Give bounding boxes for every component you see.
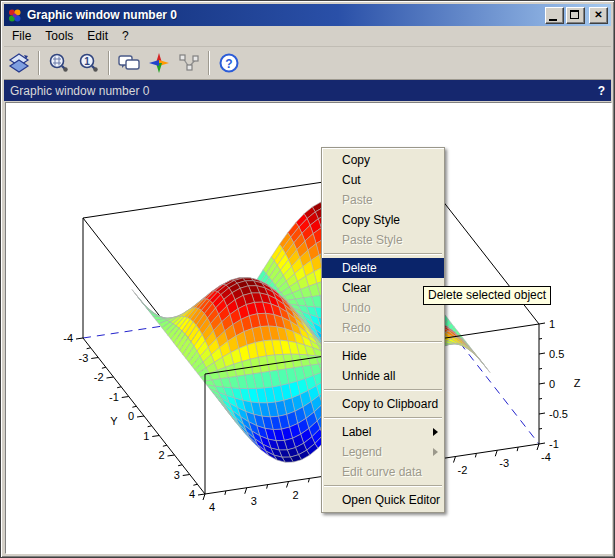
info-bar-text: Graphic window number 0 bbox=[10, 84, 149, 98]
menu-separator bbox=[324, 341, 442, 343]
context-menu: CopyCutPasteCopy StylePaste StyleDeleteC… bbox=[321, 147, 445, 513]
context-menu-item-redo[interactable]: Redo bbox=[322, 318, 444, 338]
maximize-button[interactable] bbox=[566, 7, 585, 24]
context-menu-item-copy-to-clipboard[interactable]: Copy to Clipboard bbox=[322, 394, 444, 414]
menubar-item-[interactable]: ? bbox=[116, 27, 135, 45]
menu-separator bbox=[324, 485, 442, 487]
data-editor-icon bbox=[177, 52, 201, 74]
context-menu-item-cut[interactable]: Cut bbox=[322, 170, 444, 190]
svg-text:-0.5: -0.5 bbox=[549, 408, 568, 420]
info-bar-help[interactable]: ? bbox=[598, 84, 605, 98]
title-bar: Graphic window number 0 ✕ bbox=[4, 4, 611, 26]
context-menu-item-copy[interactable]: Copy bbox=[322, 150, 444, 170]
context-menu-item-legend[interactable]: Legend bbox=[322, 442, 444, 462]
rotate-icon bbox=[8, 52, 30, 74]
menubar-item-edit[interactable]: Edit bbox=[81, 27, 114, 45]
svg-text:-2: -2 bbox=[458, 464, 468, 476]
toolbar-separator bbox=[38, 51, 40, 75]
unzoom-icon: 1 bbox=[78, 52, 100, 74]
minimize-button[interactable] bbox=[545, 7, 564, 24]
context-menu-item-paste[interactable]: Paste bbox=[322, 190, 444, 210]
svg-text:1: 1 bbox=[549, 318, 555, 330]
surface-plot: 43210-1-2-3-4-4-3-2-101234-1-0.500.51YZ bbox=[6, 103, 612, 554]
submenu-arrow-icon bbox=[433, 428, 438, 436]
help-icon: ? bbox=[218, 52, 240, 74]
zoom-area-button[interactable] bbox=[45, 49, 73, 77]
context-menu-item-edit-curve-data[interactable]: Edit curve data bbox=[322, 462, 444, 482]
context-menu-item-copy-style[interactable]: Copy Style bbox=[322, 210, 444, 230]
svg-text:-2: -2 bbox=[94, 371, 104, 383]
svg-text:1: 1 bbox=[143, 430, 149, 442]
svg-text:4: 4 bbox=[209, 501, 215, 513]
svg-text:4: 4 bbox=[189, 488, 195, 500]
context-menu-item-delete[interactable]: Delete bbox=[322, 258, 444, 278]
zoom-area-icon bbox=[48, 52, 70, 74]
plot-canvas[interactable]: 43210-1-2-3-4-4-3-2-101234-1-0.500.51YZ bbox=[5, 102, 612, 554]
svg-text:-3: -3 bbox=[78, 352, 88, 364]
svg-text:0.5: 0.5 bbox=[549, 348, 564, 360]
context-menu-item-paste-style[interactable]: Paste Style bbox=[322, 230, 444, 250]
minimize-icon bbox=[549, 19, 557, 21]
help-button[interactable]: ? bbox=[215, 49, 243, 77]
svg-text:Z: Z bbox=[574, 377, 581, 389]
context-menu-item-label[interactable]: Label bbox=[322, 422, 444, 442]
window-title: Graphic window number 0 bbox=[27, 8, 543, 22]
toolbar-separator bbox=[108, 51, 110, 75]
menubar-item-file[interactable]: File bbox=[6, 27, 37, 45]
tooltip: Delete selected object bbox=[423, 286, 551, 305]
svg-text:0: 0 bbox=[128, 410, 134, 422]
data-editor-button[interactable] bbox=[175, 49, 203, 77]
svg-text:-1: -1 bbox=[109, 391, 119, 403]
svg-text:1: 1 bbox=[84, 56, 90, 67]
figure-editor-icon bbox=[148, 52, 170, 74]
maximize-icon bbox=[570, 10, 579, 19]
svg-text:3: 3 bbox=[251, 495, 257, 507]
svg-text:2: 2 bbox=[292, 489, 298, 501]
svg-text:?: ? bbox=[225, 57, 232, 71]
unzoom-button[interactable]: 1 bbox=[75, 49, 103, 77]
svg-text:-1: -1 bbox=[549, 438, 559, 450]
context-menu-item-open-quick-editor[interactable]: Open Quick Editor bbox=[322, 490, 444, 510]
context-menu-item-hide[interactable]: Hide bbox=[322, 346, 444, 366]
datatips-button[interactable] bbox=[115, 49, 143, 77]
close-button[interactable]: ✕ bbox=[589, 7, 608, 24]
figure-editor-button[interactable] bbox=[145, 49, 173, 77]
close-icon: ✕ bbox=[594, 9, 602, 20]
info-bar: Graphic window number 0 ? bbox=[4, 80, 611, 101]
datatips-icon bbox=[117, 52, 141, 74]
menu-separator bbox=[324, 253, 442, 255]
svg-text:3: 3 bbox=[174, 469, 180, 481]
toolbar: 1 bbox=[4, 47, 611, 80]
svg-text:2: 2 bbox=[158, 449, 164, 461]
svg-text:0: 0 bbox=[549, 378, 555, 390]
svg-text:-4: -4 bbox=[541, 451, 551, 463]
scilab-app-icon bbox=[7, 8, 22, 23]
menu-separator bbox=[324, 417, 442, 419]
toolbar-separator bbox=[208, 51, 210, 75]
menu-bar: FileToolsEdit? bbox=[4, 26, 611, 47]
window: Graphic window number 0 ✕ FileToolsEdit? bbox=[0, 0, 615, 558]
context-menu-item-unhide-all[interactable]: Unhide all bbox=[322, 366, 444, 386]
svg-text:Y: Y bbox=[110, 415, 118, 427]
menu-separator bbox=[324, 389, 442, 391]
submenu-arrow-icon bbox=[433, 448, 438, 456]
rotate-button[interactable] bbox=[5, 49, 33, 77]
svg-text:-4: -4 bbox=[63, 332, 73, 344]
menubar-item-tools[interactable]: Tools bbox=[39, 27, 79, 45]
svg-text:-3: -3 bbox=[499, 457, 509, 469]
